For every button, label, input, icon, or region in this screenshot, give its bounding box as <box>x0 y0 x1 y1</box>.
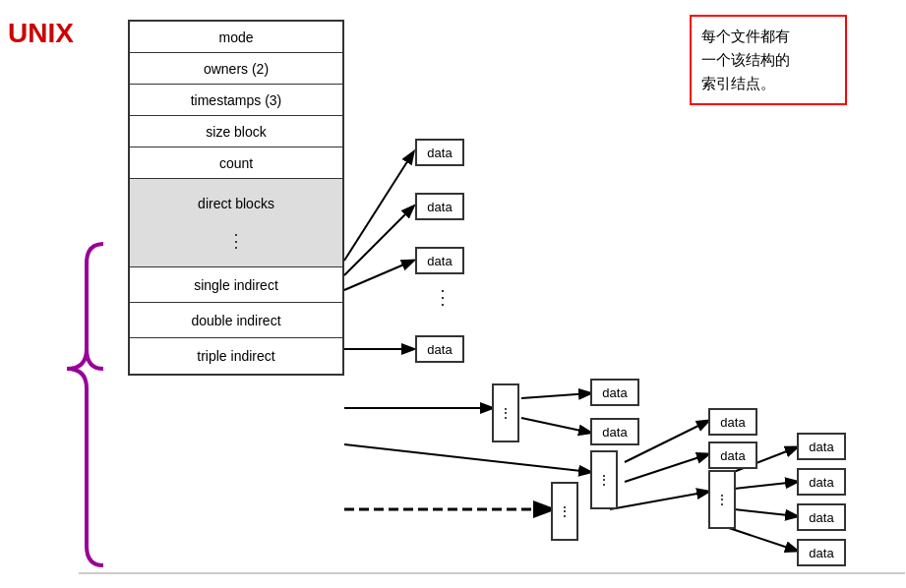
triple-data-1: data <box>797 433 846 460</box>
inode-triple-indirect: triple indirect <box>130 338 342 374</box>
svg-line-5 <box>521 393 590 398</box>
unix-label: UNIX <box>8 18 74 49</box>
data-block-1: data <box>415 139 464 166</box>
inode-direct-blocks: direct blocks ⋮ <box>130 179 342 267</box>
svg-line-1 <box>344 206 413 275</box>
single-indirect-ptr: ⋮ <box>492 383 519 442</box>
ptr-dots2: ⋮ <box>597 472 611 488</box>
ptr-dots: ⋮ <box>499 405 513 421</box>
data-block-4: data <box>415 335 464 363</box>
triple-indirect-ptr2: ⋮ <box>708 470 736 529</box>
double-indirect-ptr1: ⋮ <box>590 450 618 509</box>
svg-line-0 <box>344 152 413 261</box>
ptr-dots3: ⋮ <box>558 503 572 519</box>
note-box: 每个文件都有 一个该结构的 索引结点。 <box>690 15 847 105</box>
inode-size-block: size block <box>130 116 342 147</box>
triple-data-4: data <box>797 539 846 566</box>
note-line2: 一个该结构的 <box>701 51 790 68</box>
triple-data-3: data <box>797 503 846 531</box>
single-data-1: data <box>590 379 639 406</box>
double-data-1: data <box>708 408 757 436</box>
data-block-2: data <box>415 193 464 220</box>
inode-single-indirect: single indirect <box>130 267 342 303</box>
inode-count: count <box>130 147 342 179</box>
inode-double-indirect: double indirect <box>130 303 342 338</box>
inode-timestamps: timestamps (3) <box>130 85 342 116</box>
note-line1: 每个文件都有 <box>701 28 790 44</box>
inode-owners: owners (2) <box>130 53 342 85</box>
direct-dots: ⋮ <box>433 285 453 309</box>
inode-mode: mode <box>130 22 342 53</box>
single-data-2: data <box>590 418 639 445</box>
svg-line-6 <box>521 418 590 433</box>
double-data-2: data <box>708 441 757 469</box>
inode-structure: mode owners (2) timestamps (3) size bloc… <box>128 20 344 376</box>
svg-line-9 <box>625 454 708 482</box>
svg-line-7 <box>344 444 590 472</box>
bottom-line <box>79 572 905 574</box>
triple-indirect-ptr1: ⋮ <box>551 482 578 541</box>
svg-line-2 <box>344 261 413 290</box>
svg-line-11 <box>610 492 708 509</box>
note-line3: 索引结点。 <box>701 75 775 91</box>
triple-data-2: data <box>797 468 846 496</box>
ptr-dots4: ⋮ <box>715 492 729 507</box>
data-block-3: data <box>415 247 464 274</box>
